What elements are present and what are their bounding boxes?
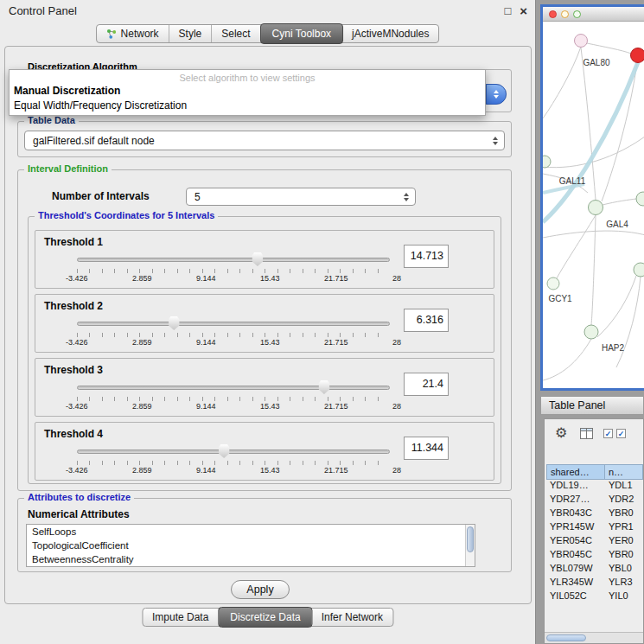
slider-thumb[interactable] — [318, 380, 330, 394]
cell[interactable]: YIL0 — [605, 590, 643, 604]
cell[interactable]: YPR145W — [546, 521, 605, 535]
table-row[interactable]: YBR045CYBR0 — [546, 549, 643, 563]
table-row[interactable]: YBR043CYBR0 — [546, 507, 643, 521]
network-node[interactable] — [575, 35, 588, 48]
tab-select[interactable]: Select — [212, 25, 260, 42]
tab-infer-network-label: Infer Network — [322, 611, 383, 623]
slider-thumb[interactable] — [252, 252, 264, 266]
table-row[interactable]: YLR345WYLR3 — [546, 577, 643, 590]
tab-infer-network[interactable]: Infer Network — [312, 609, 392, 626]
cell[interactable]: YDR2 — [605, 494, 643, 507]
slider-track[interactable] — [77, 450, 390, 454]
network-node[interactable] — [636, 192, 644, 206]
column-header-name[interactable]: n… — [605, 464, 643, 480]
column-header-shared-name[interactable]: shared… — [546, 464, 605, 480]
cell[interactable]: YER054C — [546, 535, 605, 549]
cell[interactable]: YBR045C — [546, 549, 605, 563]
cell[interactable]: YBL0 — [605, 563, 643, 577]
threshold-4-value[interactable]: 11.344 — [404, 437, 449, 460]
columns-icon[interactable] — [580, 428, 593, 439]
tab-style[interactable]: Style — [169, 25, 213, 42]
list-item[interactable]: TopologicalCoefficient — [27, 539, 475, 552]
checkbox-icon[interactable]: ✓ — [616, 429, 626, 438]
apply-button[interactable]: Apply — [231, 580, 290, 599]
scale-label: 2.859 — [132, 274, 152, 283]
cell[interactable]: YDL19… — [546, 480, 605, 494]
table-row[interactable]: YIL052CYIL0 — [546, 590, 643, 604]
threshold-1-slider[interactable]: -3.426 2.859 9.144 15.43 21.715 28 — [77, 252, 390, 286]
close-traffic-light-icon[interactable] — [549, 10, 557, 18]
tab-discretize-data[interactable]: Discretize Data — [218, 607, 312, 628]
scale-label: 28 — [392, 466, 401, 475]
threshold-1-value[interactable]: 14.713 — [404, 245, 449, 268]
dropdown-option-equal-width-frequency[interactable]: Equal Width/Frequency Discretization — [10, 98, 485, 112]
threshold-2-value[interactable]: 6.316 — [404, 309, 449, 332]
network-node[interactable] — [584, 325, 598, 339]
threshold-3-label: Threshold 3 — [44, 364, 103, 376]
checkbox-icon[interactable]: ✓ — [603, 429, 613, 438]
table-row[interactable]: YER054CYER0 — [546, 535, 643, 549]
tab-jactivemnodules[interactable]: jActiveMNodules — [342, 25, 438, 42]
cell[interactable]: YIL052C — [546, 590, 605, 604]
list-scrollbar[interactable] — [465, 525, 475, 566]
zoom-traffic-light-icon[interactable] — [573, 10, 581, 18]
table-row[interactable]: YDL19…YDL1 — [546, 480, 643, 494]
threshold-4-slider[interactable]: -3.426 2.859 9.144 15.43 21.715 28 — [77, 443, 390, 478]
cell[interactable]: YBR0 — [605, 507, 643, 521]
cell[interactable]: YBR043C — [546, 507, 605, 521]
network-node[interactable] — [634, 263, 644, 277]
slider-track[interactable] — [77, 386, 390, 390]
close-icon[interactable]: × — [520, 5, 527, 16]
tab-cyni-toolbox[interactable]: Cyni Toolbox — [260, 23, 343, 44]
slider-track[interactable] — [77, 258, 390, 262]
network-node[interactable] — [589, 201, 603, 215]
network-canvas[interactable]: GAL80 GAL11 GAL4 GCY1 HAP2 — [543, 22, 644, 388]
threshold-2-slider[interactable]: -3.426 2.859 9.144 15.43 21.715 28 — [77, 316, 390, 350]
minimize-traffic-light-icon[interactable] — [561, 10, 569, 18]
list-item[interactable]: BetweennessCentrality — [27, 552, 475, 566]
scale-label: 21.715 — [324, 338, 348, 347]
table-row[interactable]: YDR27…YDR2 — [546, 494, 643, 507]
slider-track[interactable] — [77, 322, 390, 326]
network-node[interactable] — [547, 277, 559, 290]
network-node-selected-red[interactable] — [631, 48, 644, 63]
tab-network[interactable]: Network — [97, 25, 169, 42]
threshold-3-slider[interactable]: -3.426 2.859 9.144 15.43 21.715 28 — [77, 379, 390, 414]
cell[interactable]: YBL079W — [546, 563, 605, 577]
dropdown-placeholder-option[interactable]: Select algorithm to view settings — [10, 70, 485, 83]
number-of-intervals-combo[interactable]: 5 — [186, 188, 416, 206]
threshold-3-value[interactable]: 21.4 — [404, 373, 449, 396]
table-data-combo[interactable]: galFiltered.sif default node — [24, 131, 505, 150]
slider-thumb[interactable] — [168, 316, 180, 330]
scrollbar-thumb[interactable] — [467, 526, 474, 552]
threshold-4-label: Threshold 4 — [44, 428, 103, 440]
cell[interactable]: YDR27… — [546, 494, 605, 507]
cell[interactable]: YLR3 — [605, 577, 643, 590]
scale-label: 15.43 — [260, 338, 280, 347]
table-row[interactable]: YBL079WYBL0 — [546, 563, 643, 577]
cell[interactable]: YBR0 — [605, 549, 643, 563]
cell[interactable]: YPR1 — [605, 521, 643, 535]
scale-label: 21.715 — [324, 402, 348, 411]
tab-jactivemnodules-label: jActiveMNodules — [352, 28, 429, 40]
scale-label: 15.43 — [260, 274, 280, 283]
dropdown-option-manual-discretization[interactable]: Manual Discretization — [10, 83, 485, 98]
cell[interactable]: YLR345W — [546, 577, 605, 590]
tab-impute-data[interactable]: Impute Data — [143, 609, 219, 626]
gear-icon[interactable]: ⚙ — [555, 426, 567, 440]
restore-icon[interactable]: □ — [504, 5, 511, 16]
cell[interactable]: YER0 — [605, 535, 643, 549]
list-item[interactable]: SelfLoops — [27, 525, 475, 539]
network-window-titlebar — [543, 7, 644, 22]
threshold-1-label: Threshold 1 — [44, 236, 103, 248]
network-node[interactable] — [543, 156, 551, 168]
numerical-attributes-list[interactable]: SelfLoops TopologicalCoefficient Between… — [26, 524, 475, 567]
table-row[interactable]: YPR145WYPR1 — [546, 521, 643, 535]
cell[interactable]: YDL1 — [605, 480, 643, 494]
tab-network-label: Network — [121, 28, 159, 40]
horizontal-scrollbar[interactable] — [545, 632, 643, 643]
scrollbar-thumb[interactable] — [546, 634, 586, 641]
scale-label: 2.859 — [132, 338, 152, 347]
slider-thumb[interactable] — [218, 444, 230, 458]
combo-arrows-icon[interactable] — [486, 84, 507, 105]
